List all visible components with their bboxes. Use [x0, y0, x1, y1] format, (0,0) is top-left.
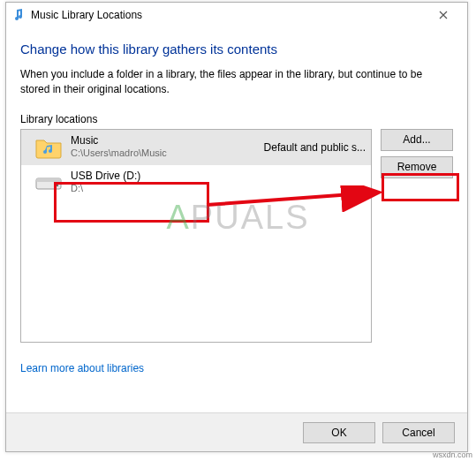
location-item-usb[interactable]: USB Drive (D:) D:\ [21, 165, 371, 200]
remove-button[interactable]: Remove [381, 156, 453, 178]
dialog-heading: Change how this library gathers its cont… [20, 42, 453, 57]
learn-more-link[interactable]: Learn more about libraries [20, 362, 144, 374]
add-button[interactable]: Add... [381, 129, 453, 151]
folder-music-icon [34, 132, 64, 162]
ok-button[interactable]: OK [303, 422, 375, 443]
locations-list[interactable]: Music C:\Users\madro\Music Default and p… [20, 129, 372, 343]
location-path: D:\ [71, 183, 366, 195]
locations-label: Library locations [20, 113, 453, 125]
dialog-content: Change how this library gathers its cont… [6, 27, 467, 374]
dialog-footer: OK Cancel [6, 412, 467, 451]
svg-point-2 [57, 184, 58, 185]
dialog-window: Music Library Locations Change how this … [5, 2, 468, 452]
svg-rect-1 [36, 178, 61, 182]
titlebar: Music Library Locations [6, 3, 467, 27]
close-button[interactable] [425, 5, 462, 25]
window-title: Music Library Locations [31, 9, 425, 21]
location-status: Default and public s... [264, 141, 366, 154]
source-caption: wsxdn.com [433, 450, 472, 459]
drive-icon [34, 168, 64, 198]
dialog-description: When you include a folder in a library, … [20, 67, 453, 97]
location-item-music[interactable]: Music C:\Users\madro\Music Default and p… [21, 130, 371, 165]
cancel-button[interactable]: Cancel [382, 422, 455, 443]
music-note-icon [11, 8, 26, 22]
location-name: Music [71, 134, 259, 147]
location-name: USB Drive (D:) [71, 170, 366, 183]
location-path: C:\Users\madro\Music [71, 147, 259, 160]
